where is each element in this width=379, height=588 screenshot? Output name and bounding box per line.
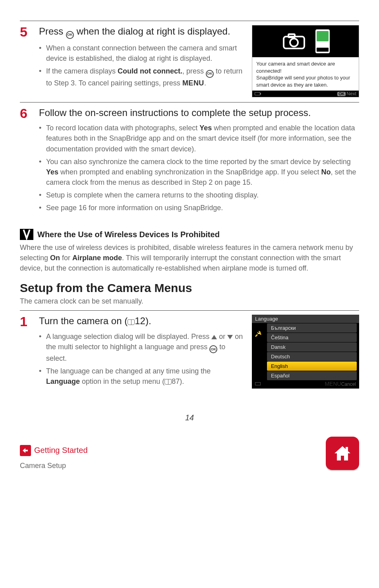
step-number: 6 (20, 106, 33, 215)
language-menu: Language БългарскиČeštinaDanskDeutschEng… (252, 315, 359, 389)
ok-icon: OK (66, 31, 74, 39)
home-button[interactable] (326, 437, 359, 470)
step1-heading: Turn the camera on (12). (39, 315, 245, 327)
battery-icon (255, 92, 260, 95)
step-number: 1 (20, 315, 33, 389)
ok-icon: OK (209, 345, 217, 353)
down-arrow-icon (227, 335, 233, 339)
text-bold: On (50, 254, 60, 262)
text: The language can be changed at any time … (46, 367, 211, 375)
text: option in the setup menu ( (80, 377, 164, 385)
text: A language selection dialog will be disp… (46, 333, 211, 340)
text: Getting Started (34, 446, 88, 455)
text: Press (39, 26, 66, 37)
language-option[interactable]: Deutsch (267, 352, 357, 361)
step6-bullet2: You can also synchronize the camera cloc… (39, 157, 359, 188)
language-option[interactable]: Español (267, 371, 357, 380)
warning-icon (20, 229, 33, 240)
language-option[interactable]: English (267, 362, 357, 371)
svg-rect-4 (346, 447, 348, 451)
step-number: 5 (20, 25, 33, 91)
wrench-icon (255, 330, 262, 339)
text-bold: Could not connect. (118, 67, 182, 75)
back-arrow-icon (20, 445, 31, 456)
text: . (204, 79, 206, 87)
step1-bullet1: A language selection dialog will be disp… (39, 331, 245, 364)
text: Next (346, 91, 356, 97)
text-bold: Yes (199, 124, 212, 132)
setup-subtext: The camera clock can be set manually. (20, 297, 359, 306)
home-icon (332, 443, 353, 464)
step6-bullet1: To record location data with photographs… (39, 123, 359, 154)
text: Your camera and smart device are connect… (256, 60, 355, 74)
text-bold: Language (46, 377, 80, 385)
text-bold: Airplane mode (72, 254, 122, 262)
text-bold: No (321, 168, 331, 176)
text: , press (182, 67, 206, 75)
battery-icon (255, 382, 261, 385)
text-bold: Yes (46, 168, 58, 176)
ok-pill: OK (337, 92, 346, 96)
svg-point-2 (290, 39, 298, 46)
step1-bullet2: The language can be changed at any time … (39, 366, 245, 387)
camera-icon (281, 32, 307, 51)
language-option[interactable]: Čeština (267, 333, 357, 342)
step6-heading: Follow the on-screen instructions to com… (39, 106, 359, 119)
getting-started-link[interactable]: Getting Started (20, 445, 88, 456)
up-arrow-icon (211, 335, 217, 339)
step5-heading: Press OK when the dialog at right is dis… (39, 25, 245, 39)
text: 12). (135, 315, 151, 326)
menu-pill: MENU (325, 381, 341, 387)
step5-bullet2: If the camera displays Could not connect… (39, 66, 245, 88)
text: If the camera displays (46, 67, 118, 75)
ok-icon: OK (206, 70, 214, 78)
setup-heading: Setup from the Camera Menus (20, 281, 359, 295)
book-icon (164, 379, 172, 385)
text: when prompted and enabling synchronizati… (58, 168, 321, 176)
text: Cancel (341, 381, 356, 387)
connection-message: Your camera and smart device are connect… (252, 57, 359, 91)
note-body: Where the use of wireless devices is pro… (20, 242, 359, 273)
step5-bullet1: When a constant connection between the c… (39, 43, 245, 64)
phone-icon (315, 29, 330, 53)
step6-bullet4: See page 16 for more information on usin… (39, 203, 359, 213)
language-option[interactable]: Dansk (267, 342, 357, 352)
text: or (217, 333, 227, 340)
text: SnapBridge will send your photos to your… (256, 74, 355, 88)
note-title: Where the Use of Wireless Devices Is Pro… (37, 230, 220, 239)
language-option[interactable]: Български (267, 323, 357, 333)
connection-dialog: Your camera and smart device are connect… (252, 25, 359, 97)
text: Turn the camera on ( (39, 315, 128, 326)
page-number: 14 (20, 413, 359, 422)
text: when the dialog at right is displayed. (74, 26, 230, 37)
text: To record location data with photographs… (46, 124, 199, 132)
text: You can also synchronize the camera cloc… (46, 158, 351, 166)
text: for (60, 254, 72, 262)
cancel-button[interactable]: MENUCancel (325, 381, 356, 387)
menu-word: MENU (182, 79, 204, 87)
text: 87). (172, 377, 184, 385)
step6-bullet3: Setup is complete when the camera return… (39, 190, 359, 200)
camera-setup-label: Camera Setup (20, 462, 88, 470)
next-button[interactable]: OKNext (337, 91, 356, 97)
language-header: Language (252, 315, 359, 323)
book-icon (128, 319, 135, 325)
